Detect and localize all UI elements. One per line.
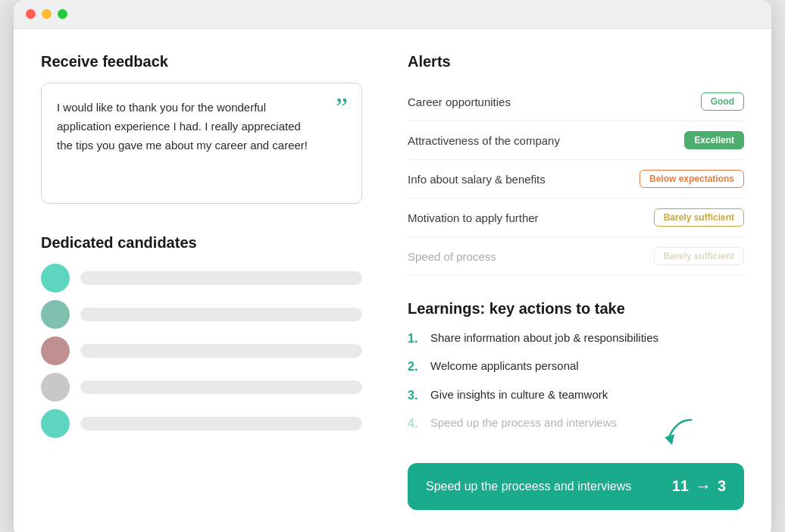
main-content: Receive feedback ” I would like to thank… — [14, 29, 771, 532]
alert-badge-salary: Below expectations — [640, 170, 744, 188]
learning-text-1: Share information about job & responsibi… — [430, 330, 658, 346]
alert-badge-speed: Barely sufficient — [654, 247, 744, 265]
alerts-title: Alerts — [408, 53, 744, 70]
candidate-row — [41, 300, 362, 329]
alert-row-career: Career opportunities Good — [408, 83, 744, 121]
cta-arrow-icon: → — [695, 477, 712, 496]
alert-label-motivation: Motivation to apply further — [408, 211, 539, 224]
feedback-section: Receive feedback ” I would like to thank… — [41, 53, 362, 204]
learnings-title: Learnings: key actions to take — [408, 300, 744, 318]
alert-list: Career opportunities Good Attractiveness… — [408, 83, 744, 276]
quote-icon: ” — [336, 94, 348, 121]
candidate-bar — [80, 417, 362, 430]
alert-badge-attractiveness: Excellent — [684, 131, 744, 149]
right-column: Alerts Career opportunities Good Attract… — [392, 53, 744, 510]
alert-label-career: Career opportunities — [408, 95, 511, 108]
alerts-section: Alerts Career opportunities Good Attract… — [408, 53, 744, 276]
alert-row-speed: Speed of process Barely sufficient — [408, 237, 744, 276]
candidate-bar — [80, 271, 362, 285]
alert-badge-motivation: Barely sufficient — [654, 208, 744, 227]
cta-num-right: 3 — [718, 477, 726, 495]
close-dot[interactable] — [26, 9, 36, 19]
learning-item-3: 3. Give insights in culture & teamwork — [408, 386, 744, 404]
learning-num-3: 3. — [408, 386, 423, 404]
candidate-row — [41, 373, 362, 402]
candidate-row — [41, 336, 362, 365]
learning-text-4: Speed up the process and interviews — [430, 415, 617, 430]
candidate-bar — [80, 380, 362, 394]
svg-marker-0 — [665, 434, 674, 445]
arrow-icon — [646, 416, 699, 454]
feedback-box: ” I would like to thank you for the wond… — [41, 83, 362, 204]
minimize-dot[interactable] — [42, 9, 52, 19]
learning-text-3: Give insights in culture & teamwork — [430, 386, 608, 402]
app-window: Receive feedback ” I would like to thank… — [14, 0, 771, 532]
titlebar — [14, 0, 771, 29]
feedback-title: Receive feedback — [41, 53, 362, 70]
learnings-section: Learnings: key actions to take 1. Share … — [408, 300, 744, 510]
cta-button[interactable]: Speed up the proceess and interviews 11 … — [408, 463, 744, 510]
candidates-title: Dedicated candidates — [41, 234, 362, 252]
candidate-bar — [80, 308, 362, 321]
learning-num-4: 4. — [408, 415, 423, 432]
avatar — [41, 300, 70, 329]
learning-item-1: 1. Share information about job & respons… — [408, 330, 744, 347]
cta-numbers: 11 → 3 — [672, 477, 726, 496]
candidate-row — [41, 264, 362, 293]
feedback-text: I would like to thank you for the wonder… — [57, 99, 314, 155]
avatar — [41, 373, 70, 402]
candidate-bar — [80, 344, 362, 358]
cta-num-left: 11 — [672, 477, 689, 495]
candidates-section: Dedicated candidates — [41, 234, 362, 438]
alert-row-motivation: Motivation to apply further Barely suffi… — [408, 199, 744, 237]
learning-num-2: 2. — [408, 358, 423, 375]
learning-item-2: 2. Welcome applicants personal — [408, 358, 744, 375]
alert-label-attractiveness: Attractiveness of the company — [408, 134, 560, 147]
candidate-list — [41, 264, 362, 438]
avatar — [41, 409, 70, 438]
alert-label-speed: Speed of process — [408, 250, 496, 263]
cta-text: Speed up the proceess and interviews — [426, 480, 631, 493]
maximize-dot[interactable] — [58, 9, 67, 19]
alert-label-salary: Info about salary & benefits — [408, 173, 546, 186]
alert-row-attractiveness: Attractiveness of the company Excellent — [408, 121, 744, 160]
avatar — [41, 336, 70, 365]
candidate-row — [41, 409, 362, 438]
left-column: Receive feedback ” I would like to thank… — [41, 53, 392, 510]
learning-text-2: Welcome applicants personal — [430, 358, 579, 374]
avatar — [41, 264, 70, 293]
alert-badge-career: Good — [701, 92, 744, 111]
alert-row-salary: Info about salary & benefits Below expec… — [408, 160, 744, 199]
learning-num-1: 1. — [408, 330, 423, 347]
